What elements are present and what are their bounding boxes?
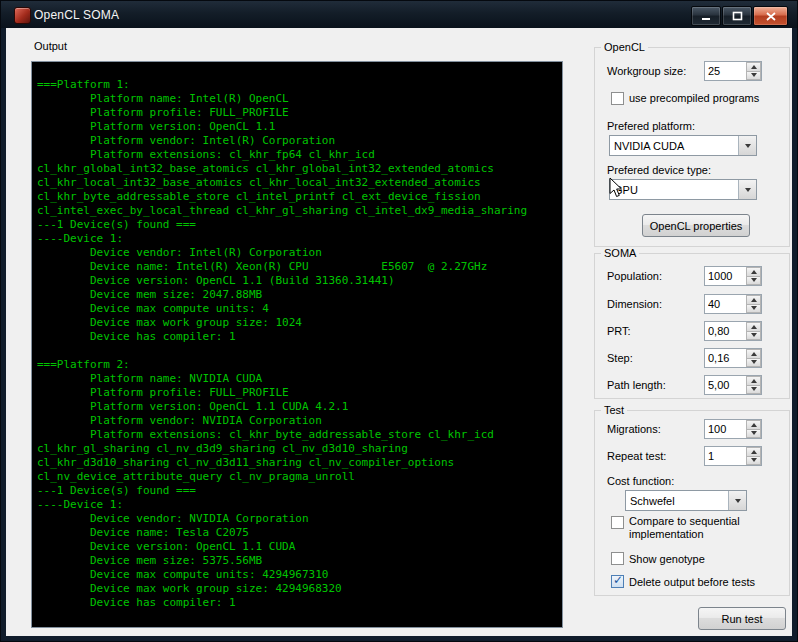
console-line: Device name: Intel(R) Xeon(R) CPU E5607 … bbox=[37, 260, 556, 274]
compare-sequential-label: Compare to sequential implementation bbox=[629, 515, 761, 541]
console-line: Platform extensions: cl_khr_byte_address… bbox=[37, 428, 556, 442]
run-test-button[interactable]: Run test bbox=[698, 607, 786, 630]
spin-up-button[interactable] bbox=[746, 376, 761, 386]
console-line: Device vendor: Intel(R) Corporation bbox=[37, 246, 556, 260]
group-test: Test Migrations: Repeat test: Cost funct… bbox=[594, 410, 790, 596]
spin-up-button[interactable] bbox=[746, 295, 761, 305]
arrow-down-icon bbox=[751, 387, 757, 391]
migrations-label: Migrations: bbox=[607, 423, 661, 435]
console-output[interactable]: ===Platform 1: Platform name: Intel(R) O… bbox=[31, 61, 563, 628]
dropdown-button[interactable] bbox=[738, 136, 756, 155]
workgroup-size-input[interactable] bbox=[705, 62, 746, 80]
close-icon bbox=[766, 12, 776, 21]
migrations-input[interactable] bbox=[705, 420, 746, 438]
path-length-stepper[interactable] bbox=[704, 375, 762, 395]
console-line: cl_khr_gl_sharing cl_nv_d3d9_sharing cl_… bbox=[37, 442, 556, 456]
cost-function-value: Schwefel bbox=[626, 495, 728, 507]
console-line: Platform vendor: Intel(R) Corporation bbox=[37, 134, 556, 148]
population-input[interactable] bbox=[705, 267, 746, 285]
spin-down-button[interactable] bbox=[746, 332, 761, 341]
arrow-down-icon bbox=[751, 278, 757, 282]
step-label: Step: bbox=[607, 352, 633, 364]
spin-up-button[interactable] bbox=[746, 447, 761, 457]
workgroup-size-stepper[interactable] bbox=[704, 61, 762, 81]
minimize-icon bbox=[701, 12, 711, 21]
maximize-icon bbox=[732, 11, 743, 21]
spinners bbox=[746, 420, 761, 438]
preferred-device-type-select[interactable]: GPU bbox=[609, 179, 757, 200]
arrow-down-icon bbox=[751, 306, 757, 310]
spinners bbox=[746, 267, 761, 285]
spinners bbox=[746, 447, 761, 465]
console-line: ----Device 1: bbox=[37, 498, 556, 512]
arrow-down-icon bbox=[751, 333, 757, 337]
spin-up-button[interactable] bbox=[746, 267, 761, 277]
step-stepper[interactable] bbox=[704, 348, 762, 368]
spin-down-button[interactable] bbox=[746, 359, 761, 368]
console-line: Platform version: OpenCL 1.1 bbox=[37, 120, 556, 134]
precompiled-checkbox[interactable] bbox=[611, 92, 624, 105]
cost-function-select[interactable]: Schwefel bbox=[625, 490, 747, 511]
close-button[interactable] bbox=[753, 6, 788, 26]
dimension-input[interactable] bbox=[705, 295, 746, 313]
prt-input[interactable] bbox=[705, 322, 746, 340]
console-line: Platform extensions: cl_khr_fp64 cl_khr_… bbox=[37, 148, 556, 162]
dropdown-button[interactable] bbox=[728, 491, 746, 510]
spin-up-button[interactable] bbox=[746, 349, 761, 359]
step-input[interactable] bbox=[705, 349, 746, 367]
spin-up-button[interactable] bbox=[746, 420, 761, 430]
spin-up-button[interactable] bbox=[746, 322, 761, 332]
arrow-up-icon bbox=[751, 270, 757, 274]
arrow-up-icon bbox=[751, 298, 757, 302]
spin-down-button[interactable] bbox=[746, 386, 761, 395]
show-genotype-label: Show genotype bbox=[629, 553, 705, 566]
preferred-platform-select[interactable]: NVIDIA CUDA bbox=[609, 135, 757, 156]
compare-sequential-checkbox[interactable] bbox=[611, 516, 624, 529]
title-bar[interactable]: OpenCL SOMA bbox=[1, 1, 797, 28]
population-stepper[interactable] bbox=[704, 266, 762, 286]
preferred-device-type-label: Prefered device type: bbox=[607, 164, 711, 176]
spinners bbox=[746, 376, 761, 394]
console-line: Device max compute units: 4 bbox=[37, 302, 556, 316]
dimension-stepper[interactable] bbox=[704, 294, 762, 314]
dropdown-button[interactable] bbox=[738, 180, 756, 199]
console-line: cl_khr_local_int32_base_atomics cl_khr_l… bbox=[37, 176, 556, 190]
arrow-down-icon bbox=[751, 360, 757, 364]
maximize-button[interactable] bbox=[722, 6, 752, 26]
repeat-test-stepper[interactable] bbox=[704, 446, 762, 466]
spin-up-button[interactable] bbox=[746, 62, 761, 72]
opencl-properties-button[interactable]: OpenCL properties bbox=[642, 214, 750, 237]
console-line: ---1 Device(s) found === bbox=[37, 484, 556, 498]
minimize-button[interactable] bbox=[691, 6, 721, 26]
console-line: Device max work group size: 4294968320 bbox=[37, 582, 556, 596]
prt-label: PRT: bbox=[607, 325, 631, 337]
spin-down-button[interactable] bbox=[746, 457, 761, 466]
spin-down-button[interactable] bbox=[746, 277, 761, 286]
spinners bbox=[746, 349, 761, 367]
show-genotype-checkbox[interactable] bbox=[611, 552, 624, 565]
console-line: Platform vendor: NVIDIA Corporation bbox=[37, 414, 556, 428]
console-line: Device vendor: NVIDIA Corporation bbox=[37, 512, 556, 526]
chevron-down-icon bbox=[745, 144, 751, 148]
workgroup-size-label: Workgroup size: bbox=[607, 65, 686, 77]
delete-output-checkbox[interactable] bbox=[611, 575, 624, 588]
console-line: ----Device 1: bbox=[37, 232, 556, 246]
chevron-down-icon bbox=[745, 188, 751, 192]
repeat-test-input[interactable] bbox=[705, 447, 746, 465]
console-line: Platform name: NVIDIA CUDA bbox=[37, 372, 556, 386]
spin-down-button[interactable] bbox=[746, 72, 761, 81]
spin-down-button[interactable] bbox=[746, 430, 761, 439]
prt-stepper[interactable] bbox=[704, 321, 762, 341]
console-line: cl_nv_device_attribute_query cl_nv_pragm… bbox=[37, 470, 556, 484]
console-line: ---1 Device(s) found === bbox=[37, 218, 556, 232]
dimension-label: Dimension: bbox=[607, 298, 662, 310]
console-line: Device mem size: 2047.88MB bbox=[37, 288, 556, 302]
console-line: Device version: OpenCL 1.1 CUDA bbox=[37, 540, 556, 554]
console-line: Device has compiler: 1 bbox=[37, 596, 556, 610]
migrations-stepper[interactable] bbox=[704, 419, 762, 439]
spin-down-button[interactable] bbox=[746, 305, 761, 314]
spinners bbox=[746, 295, 761, 313]
group-opencl: OpenCL Workgroup size: use precompiled p… bbox=[594, 47, 790, 247]
console-line: cl_khr_byte_addressable_store cl_intel_p… bbox=[37, 190, 556, 204]
path-length-input[interactable] bbox=[705, 376, 746, 394]
